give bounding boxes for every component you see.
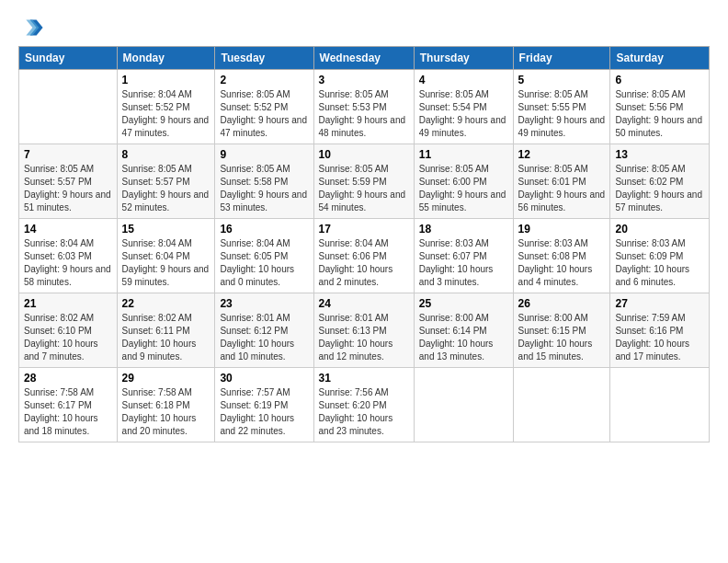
day-info: Sunrise: 8:04 AM Sunset: 6:05 PM Dayligh… xyxy=(220,237,308,289)
calendar-cell xyxy=(610,368,710,442)
logo-icon xyxy=(18,15,44,40)
daylight-text: Daylight: 10 hours and 18 minutes. xyxy=(24,412,112,438)
sunrise-text: Sunrise: 7:58 AM xyxy=(122,386,210,399)
calendar-cell: 11 Sunrise: 8:05 AM Sunset: 6:00 PM Dayl… xyxy=(414,144,513,219)
daylight-text: Daylight: 10 hours and 6 minutes. xyxy=(615,263,704,289)
calendar-week-row: 28 Sunrise: 7:58 AM Sunset: 6:17 PM Dayl… xyxy=(19,368,710,442)
day-number: 13 xyxy=(615,148,704,161)
day-info: Sunrise: 8:04 AM Sunset: 6:03 PM Dayligh… xyxy=(24,237,112,289)
sunrise-text: Sunrise: 8:05 AM xyxy=(24,163,112,176)
sunrise-text: Sunrise: 8:04 AM xyxy=(319,237,409,250)
day-number: 25 xyxy=(419,297,508,310)
day-info: Sunrise: 8:03 AM Sunset: 6:08 PM Dayligh… xyxy=(518,237,606,289)
sunset-text: Sunset: 5:52 PM xyxy=(122,101,210,114)
daylight-text: Daylight: 9 hours and 49 minutes. xyxy=(419,114,508,140)
sunset-text: Sunset: 5:59 PM xyxy=(319,176,409,189)
daylight-text: Daylight: 10 hours and 10 minutes. xyxy=(220,338,308,363)
day-info: Sunrise: 8:05 AM Sunset: 5:58 PM Dayligh… xyxy=(220,163,308,214)
sunrise-text: Sunrise: 8:03 AM xyxy=(615,237,704,250)
day-number: 9 xyxy=(220,148,308,161)
calendar-cell: 8 Sunrise: 8:05 AM Sunset: 5:57 PM Dayli… xyxy=(117,144,215,219)
day-number: 3 xyxy=(319,74,409,86)
daylight-text: Daylight: 10 hours and 7 minutes. xyxy=(24,338,112,363)
sunrise-text: Sunrise: 8:04 AM xyxy=(122,237,210,250)
calendar-cell: 1 Sunrise: 8:04 AM Sunset: 5:52 PM Dayli… xyxy=(117,70,215,144)
sunset-text: Sunset: 6:14 PM xyxy=(419,325,508,338)
calendar-cell: 26 Sunrise: 8:00 AM Sunset: 6:15 PM Dayl… xyxy=(513,293,610,368)
calendar-day-header: Friday xyxy=(513,47,610,70)
daylight-text: Daylight: 9 hours and 47 minutes. xyxy=(220,114,308,140)
sunrise-text: Sunrise: 7:58 AM xyxy=(24,386,112,399)
calendar-cell: 28 Sunrise: 7:58 AM Sunset: 6:17 PM Dayl… xyxy=(19,368,118,442)
day-number: 12 xyxy=(518,148,606,161)
day-info: Sunrise: 8:05 AM Sunset: 6:02 PM Dayligh… xyxy=(615,163,704,214)
sunset-text: Sunset: 6:00 PM xyxy=(419,176,508,189)
daylight-text: Daylight: 10 hours and 17 minutes. xyxy=(615,338,704,363)
logo xyxy=(18,15,48,40)
daylight-text: Daylight: 10 hours and 0 minutes. xyxy=(220,263,308,289)
day-info: Sunrise: 8:05 AM Sunset: 5:55 PM Dayligh… xyxy=(518,88,606,140)
calendar-cell: 18 Sunrise: 8:03 AM Sunset: 6:07 PM Dayl… xyxy=(414,219,513,293)
day-number: 4 xyxy=(419,74,508,86)
day-info: Sunrise: 8:00 AM Sunset: 6:14 PM Dayligh… xyxy=(419,312,508,363)
sunset-text: Sunset: 5:56 PM xyxy=(615,101,704,114)
calendar-cell: 6 Sunrise: 8:05 AM Sunset: 5:56 PM Dayli… xyxy=(610,70,710,144)
day-info: Sunrise: 8:01 AM Sunset: 6:13 PM Dayligh… xyxy=(319,312,409,363)
calendar-cell: 4 Sunrise: 8:05 AM Sunset: 5:54 PM Dayli… xyxy=(414,70,513,144)
sunset-text: Sunset: 6:06 PM xyxy=(319,250,409,263)
sunrise-text: Sunrise: 7:56 AM xyxy=(319,386,409,399)
sunset-text: Sunset: 6:16 PM xyxy=(615,325,704,338)
calendar-cell: 30 Sunrise: 7:57 AM Sunset: 6:19 PM Dayl… xyxy=(215,368,313,442)
day-number: 20 xyxy=(615,223,704,236)
sunset-text: Sunset: 5:57 PM xyxy=(24,176,112,189)
day-number: 31 xyxy=(319,372,409,385)
sunrise-text: Sunrise: 8:04 AM xyxy=(24,237,112,250)
sunrise-text: Sunrise: 8:02 AM xyxy=(122,312,210,325)
sunset-text: Sunset: 5:52 PM xyxy=(220,101,308,114)
day-number: 23 xyxy=(220,297,308,310)
sunrise-text: Sunrise: 8:05 AM xyxy=(518,88,606,101)
day-number: 24 xyxy=(319,297,409,310)
sunrise-text: Sunrise: 8:00 AM xyxy=(419,312,508,325)
day-info: Sunrise: 7:56 AM Sunset: 6:20 PM Dayligh… xyxy=(319,386,409,438)
calendar-cell: 17 Sunrise: 8:04 AM Sunset: 6:06 PM Dayl… xyxy=(313,219,414,293)
day-number: 29 xyxy=(122,372,210,385)
sunset-text: Sunset: 6:18 PM xyxy=(122,399,210,412)
sunrise-text: Sunrise: 8:05 AM xyxy=(419,163,508,176)
sunrise-text: Sunrise: 8:05 AM xyxy=(518,163,606,176)
sunset-text: Sunset: 6:15 PM xyxy=(518,325,606,338)
daylight-text: Daylight: 9 hours and 56 minutes. xyxy=(518,189,606,214)
sunrise-text: Sunrise: 8:05 AM xyxy=(220,163,308,176)
day-number: 8 xyxy=(122,148,210,161)
daylight-text: Daylight: 10 hours and 13 minutes. xyxy=(419,338,508,363)
calendar-cell: 3 Sunrise: 8:05 AM Sunset: 5:53 PM Dayli… xyxy=(313,70,414,144)
day-info: Sunrise: 7:57 AM Sunset: 6:19 PM Dayligh… xyxy=(220,386,308,438)
day-number: 6 xyxy=(615,74,704,86)
day-number: 16 xyxy=(220,223,308,236)
calendar-cell: 15 Sunrise: 8:04 AM Sunset: 6:04 PM Dayl… xyxy=(117,219,215,293)
calendar-header-row: SundayMondayTuesdayWednesdayThursdayFrid… xyxy=(19,47,710,70)
day-number: 2 xyxy=(220,74,308,86)
sunset-text: Sunset: 6:19 PM xyxy=(220,399,308,412)
calendar-cell: 9 Sunrise: 8:05 AM Sunset: 5:58 PM Dayli… xyxy=(215,144,313,219)
sunrise-text: Sunrise: 8:05 AM xyxy=(319,163,409,176)
daylight-text: Daylight: 10 hours and 4 minutes. xyxy=(518,263,606,289)
daylight-text: Daylight: 10 hours and 3 minutes. xyxy=(419,263,508,289)
calendar-cell: 27 Sunrise: 7:59 AM Sunset: 6:16 PM Dayl… xyxy=(610,293,710,368)
day-number: 22 xyxy=(122,297,210,310)
calendar-cell: 21 Sunrise: 8:02 AM Sunset: 6:10 PM Dayl… xyxy=(19,293,118,368)
daylight-text: Daylight: 10 hours and 22 minutes. xyxy=(220,412,308,438)
sunrise-text: Sunrise: 8:04 AM xyxy=(220,237,308,250)
day-info: Sunrise: 8:05 AM Sunset: 5:56 PM Dayligh… xyxy=(615,88,704,140)
day-info: Sunrise: 8:04 AM Sunset: 6:06 PM Dayligh… xyxy=(319,237,409,289)
day-info: Sunrise: 8:05 AM Sunset: 6:00 PM Dayligh… xyxy=(419,163,508,214)
sunrise-text: Sunrise: 8:00 AM xyxy=(518,312,606,325)
sunrise-text: Sunrise: 8:04 AM xyxy=(122,88,210,101)
day-info: Sunrise: 8:04 AM Sunset: 5:52 PM Dayligh… xyxy=(122,88,210,140)
daylight-text: Daylight: 9 hours and 47 minutes. xyxy=(122,114,210,140)
day-info: Sunrise: 8:00 AM Sunset: 6:15 PM Dayligh… xyxy=(518,312,606,363)
sunset-text: Sunset: 6:08 PM xyxy=(518,250,606,263)
sunset-text: Sunset: 6:10 PM xyxy=(24,325,112,338)
day-number: 18 xyxy=(419,223,508,236)
sunrise-text: Sunrise: 8:03 AM xyxy=(518,237,606,250)
